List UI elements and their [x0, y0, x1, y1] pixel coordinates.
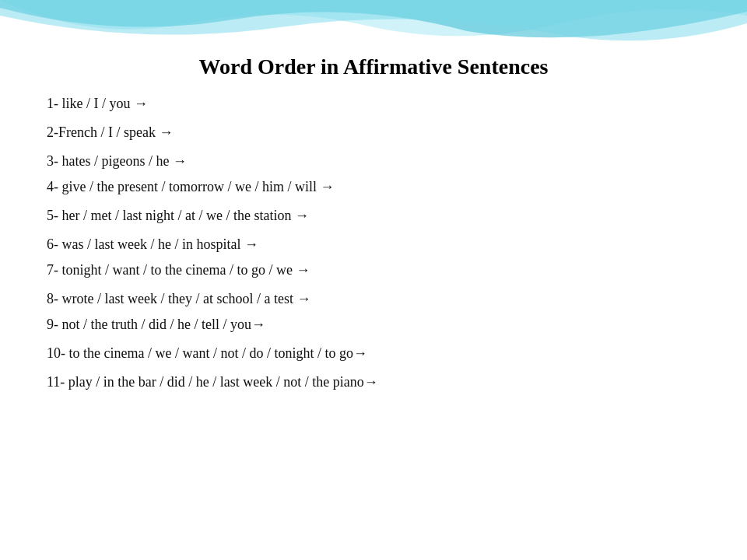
- sentence-item-9: 9- not / the truth / did / he / tell / y…: [47, 314, 700, 335]
- sentence-item-11: 11- play / in the bar / did / he / last …: [47, 372, 700, 393]
- sentence-item-4: 4- give / the present / tomorrow / we / …: [47, 177, 700, 198]
- sentence-item-8: 8- wrote / last week / they / at school …: [47, 289, 700, 310]
- sentence-item-2: 2-French / I / speak →: [47, 122, 700, 143]
- sentence-item-7: 7- tonight / want / to the cinema / to g…: [47, 260, 700, 281]
- sentence-item-10: 10- to the cinema / we / want / not / do…: [47, 343, 700, 364]
- wave-decoration: [0, 0, 747, 47]
- page-title: Word Order in Affirmative Sentences: [0, 54, 747, 79]
- sentence-item-3: 3- hates / pigeons / he →: [47, 151, 700, 172]
- sentence-item-1: 1- like / I / you →: [47, 93, 700, 114]
- sentence-item-6: 6- was / last week / he / in hospital →: [47, 234, 700, 255]
- sentences-container: 1- like / I / you →2-French / I / speak …: [0, 93, 747, 393]
- sentence-item-5: 5- her / met / last night / at / we / th…: [47, 205, 700, 226]
